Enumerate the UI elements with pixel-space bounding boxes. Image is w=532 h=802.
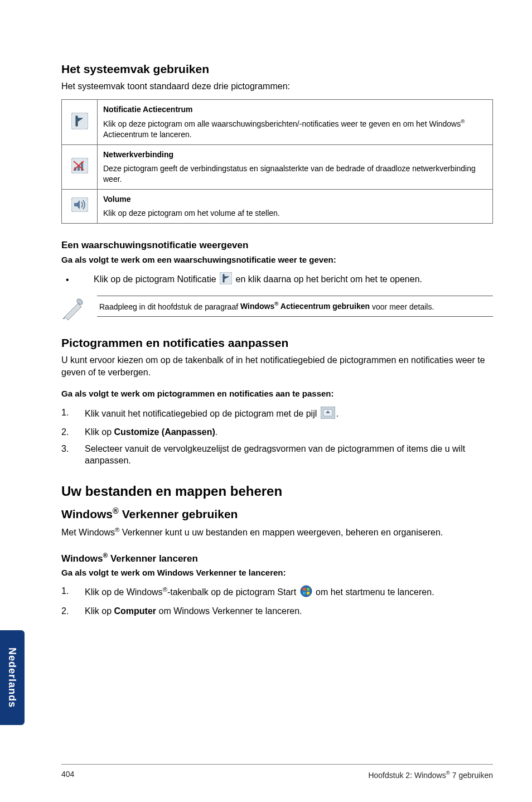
lead-verkenner: Met Windows® Verkenner kunt u uw bestand… xyxy=(61,526,493,539)
arrow-up-tray-icon xyxy=(321,407,335,422)
cell-desc: Klik op deze pictogram om het volume af … xyxy=(103,209,280,218)
language-tab: Nederlands xyxy=(0,630,25,725)
windows-start-orb-icon xyxy=(300,585,312,601)
cell-title: Netwerkverbinding xyxy=(103,149,487,160)
table-row: Volume Klik op deze pictogram om het vol… xyxy=(62,189,493,223)
action-center-icon xyxy=(62,99,98,144)
instruction-bold: Ga als volgt te werk om pictogrammen en … xyxy=(61,388,493,399)
svg-rect-17 xyxy=(303,588,306,591)
svg-point-16 xyxy=(301,586,312,597)
svg-rect-20 xyxy=(307,592,309,595)
network-icon xyxy=(62,145,98,190)
steps-list: Klik vanuit het notificatiegebied op de … xyxy=(61,407,493,467)
lead-pictogrammen: U kunt ervoor kiezen om op de takenbalk … xyxy=(61,354,493,378)
page-content: Het systeemvak gebruiken Het systeemvak … xyxy=(0,0,532,617)
list-item: Selecteer vanuit de vervolgkeuzelijst de… xyxy=(61,443,493,467)
notification-flag-icon xyxy=(220,272,232,288)
instruction-bold: Ga als volgt te werk om een waarschuwing… xyxy=(61,254,493,265)
list-item: Klik vanuit het notificatiegebied op de … xyxy=(61,407,493,422)
bullet-marker: • xyxy=(66,274,83,286)
heading-pictogrammen: Pictogrammen en notificaties aanpassen xyxy=(61,335,493,351)
volume-icon xyxy=(62,189,98,223)
icon-table: Notificatie Actiecentrum Klik op deze pi… xyxy=(61,99,493,224)
bullet-item: • Klik op de pictogram Notificatie en kl… xyxy=(62,272,493,288)
svg-rect-19 xyxy=(303,592,306,595)
cell-title: Notificatie Actiecentrum xyxy=(103,104,487,115)
lead-systeemvak: Het systeemvak toont standaard deze drie… xyxy=(61,80,493,93)
action-center-cell: Notificatie Actiecentrum Klik op deze pi… xyxy=(98,99,493,144)
svg-rect-18 xyxy=(307,588,309,591)
volume-cell: Volume Klik op deze pictogram om het vol… xyxy=(98,189,493,223)
chapter-label: Hoofdstuk 2: Windows® 7 gebruiken xyxy=(368,769,493,781)
list-item: Klik op de Windows®-takenbalk op de pict… xyxy=(61,585,493,601)
list-item: Klik op Customize (Aanpassen). xyxy=(61,426,493,438)
heading-verkenner-gebruiken: Windows® Verkenner gebruiken xyxy=(61,506,493,522)
network-cell: Netwerkverbinding Deze pictogram geeft d… xyxy=(98,145,493,190)
bullet-text: Klik op de pictogram Notificatie en klik… xyxy=(94,272,422,288)
note-pen-icon xyxy=(61,296,87,323)
cell-desc: Deze pictogram geeft de verbindingstatus… xyxy=(103,164,476,183)
heading-bestanden: Uw bestanden en mappen beheren xyxy=(61,482,493,500)
heading-waarschuwing: Een waarschuwingsnotificatie weergeven xyxy=(61,239,493,252)
note-box: Raadpleeg in dit hoofdstuk de paragraaf … xyxy=(61,296,493,323)
cell-title: Volume xyxy=(103,194,487,205)
heading-systeemvak: Het systeemvak gebruiken xyxy=(61,61,493,77)
steps-list: Klik op de Windows®-takenbalk op de pict… xyxy=(61,585,493,617)
list-item: Klik op Computer om Windows Verkenner te… xyxy=(61,605,493,617)
page-footer: 404 Hoofdstuk 2: Windows® 7 gebruiken xyxy=(0,764,532,781)
cell-desc: Klik op deze pictogram om alle waarschuw… xyxy=(103,119,465,139)
instruction-bold: Ga als volgt te werk om Windows Verkenne… xyxy=(61,567,493,578)
note-content: Raadpleeg in dit hoofdstuk de paragraaf … xyxy=(97,296,493,317)
table-row: Netwerkverbinding Deze pictogram geeft d… xyxy=(62,145,493,190)
page-number: 404 xyxy=(61,769,74,781)
svg-rect-0 xyxy=(71,113,88,129)
table-row: Notificatie Actiecentrum Klik op deze pi… xyxy=(62,99,493,144)
heading-verkenner-lanceren: Windows® Verkenner lanceren xyxy=(61,551,493,566)
